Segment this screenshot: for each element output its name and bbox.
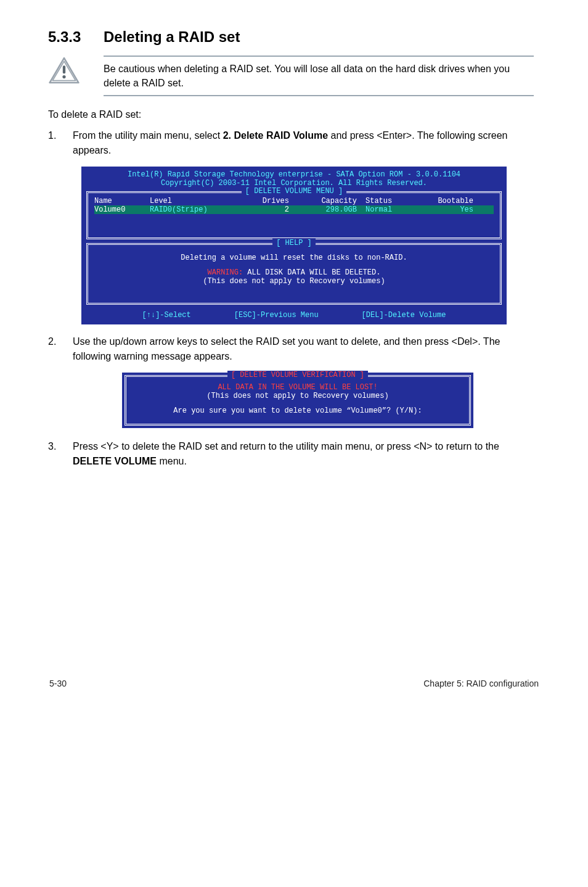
- bios-help-box: [ HELP ] Deleting a volume will reset th…: [86, 243, 502, 305]
- bios-panel: Intel(R) Rapid Storage Technology enterp…: [81, 167, 507, 324]
- step-text: Press <Y> to delete the RAID set and ret…: [73, 439, 540, 469]
- dialog-title: [ DELETE VOLUME VERIFICATION ]: [227, 371, 368, 379]
- step-2: 2. Use the up/down arrow keys to select …: [48, 334, 540, 364]
- bios-header: Intel(R) Rapid Storage Technology enterp…: [81, 167, 507, 188]
- footer-previous: [ESC]-Previous Menu: [234, 311, 319, 320]
- svg-point-3: [62, 75, 65, 78]
- bios-header-line-2: Copyright(C) 2003-11 Intel Corporation. …: [90, 179, 498, 188]
- help-box-title: [ HELP ]: [272, 239, 316, 247]
- step-text-bold: DELETE VOLUME: [73, 456, 157, 466]
- col-name: Name: [94, 197, 150, 205]
- delete-verification-dialog: [ DELETE VOLUME VERIFICATION ] ALL DATA …: [122, 373, 473, 428]
- col-bootable: Bootable: [418, 197, 473, 205]
- step-text: Use the up/down arrow keys to select the…: [73, 334, 540, 364]
- warning-label: WARNING:: [208, 268, 243, 277]
- caution-icon: [48, 56, 104, 85]
- footer-delete: [DEL]-Delete Volume: [362, 311, 446, 320]
- help-line-1: Deleting a volume will reset the disks t…: [94, 254, 494, 262]
- page-number: 5-30: [49, 679, 67, 688]
- bios-footer: [↑↓]-Select [ESC]-Previous Menu [DEL]-De…: [81, 308, 507, 324]
- help-warning-line: WARNING: ALL DISK DATA WILL BE DELETED.: [94, 268, 494, 277]
- bios-header-line-1: Intel(R) Rapid Storage Technology enterp…: [90, 170, 498, 179]
- volume-row-selected[interactable]: Volume0 RAID0(Stripe) 2 298.0GB Normal Y…: [94, 205, 494, 214]
- box-title: [ DELETE VOLUME MENU ]: [242, 187, 346, 196]
- footer-select: [↑↓]-Select: [142, 311, 191, 320]
- page-footer: 5-30 Chapter 5: RAID configuration: [48, 679, 540, 688]
- row-capacity: 298.0GB: [298, 205, 365, 214]
- step-text-pre: From the utility main menu, select: [73, 130, 223, 141]
- row-level: RAID0(Stripe): [150, 205, 245, 214]
- step-text-bold: 2. Delete RAID Volume: [223, 130, 328, 141]
- dialog-warning-line: ALL DATA IN THE VOLUME WILL BE LOST!: [134, 383, 462, 392]
- row-name: Volume0: [94, 205, 150, 214]
- intro-text: To delete a RAID set:: [48, 107, 540, 122]
- step-3: 3. Press <Y> to delete the RAID set and …: [48, 439, 540, 469]
- dialog-prompt-line: Are you sure you want to delete volume “…: [134, 406, 462, 415]
- col-status: Status: [365, 197, 418, 205]
- step-1: 1. From the utility main menu, select 2.…: [48, 128, 540, 158]
- col-level: Level: [150, 197, 245, 205]
- step-number: 1.: [48, 128, 73, 158]
- chapter-label: Chapter 5: RAID configuration: [423, 679, 539, 688]
- volume-header-row: Name Level Drives Capacity Status Bootab…: [94, 197, 494, 205]
- step-number: 2.: [48, 334, 73, 364]
- bios-delete-volume-box: [ DELETE VOLUME MENU ] Name Level Drives…: [86, 191, 502, 239]
- warning-rest: ALL DISK DATA WILL BE DELETED.: [243, 268, 380, 277]
- step-text-post: menu.: [157, 456, 187, 466]
- row-bootable: Yes: [418, 205, 473, 214]
- caution-callout: Be cautious when deleting a RAID set. Yo…: [48, 56, 540, 96]
- heading-title: Deleting a RAID set: [104, 28, 240, 46]
- caution-text: Be cautious when deleting a RAID set. Yo…: [104, 56, 534, 96]
- row-status: Normal: [365, 205, 418, 214]
- row-drives: 2: [245, 205, 298, 214]
- svg-rect-2: [63, 65, 65, 73]
- col-drives: Drives: [245, 197, 298, 205]
- col-capacity: Capacity: [298, 197, 365, 205]
- section-heading: 5.3.3 Deleting a RAID set: [48, 28, 540, 46]
- step-text-pre: Press <Y> to delete the RAID set and ret…: [73, 441, 499, 452]
- step-number: 3.: [48, 439, 73, 469]
- dialog-note-line: (This does not apply to Recovery volumes…: [134, 392, 462, 400]
- step-text: From the utility main menu, select 2. De…: [73, 128, 540, 158]
- help-line-3: (This does not apply to Recovery volumes…: [94, 277, 494, 286]
- heading-number: 5.3.3: [48, 28, 104, 46]
